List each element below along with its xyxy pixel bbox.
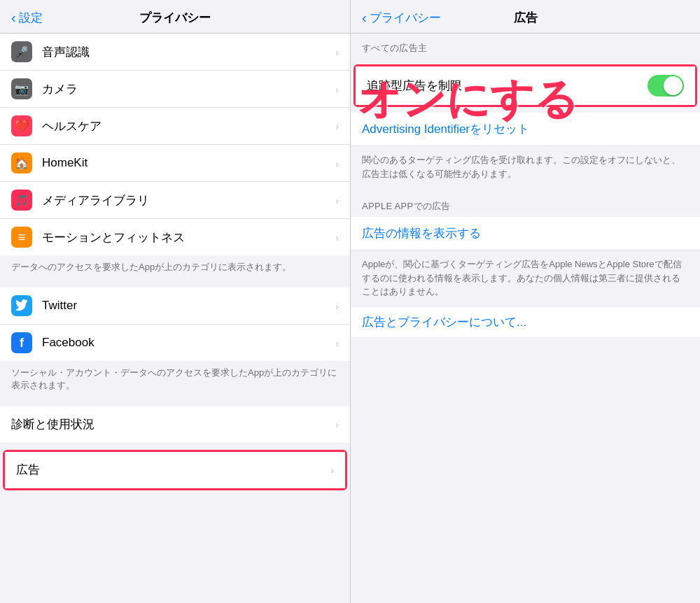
media-icon: 🎵 xyxy=(11,190,32,211)
camera-icon: 📷 xyxy=(11,78,32,99)
media-label: メディアライブラリ xyxy=(42,192,335,208)
media-library-item[interactable]: 🎵 メディアライブラリ › xyxy=(0,182,350,219)
health-label: ヘルスケア xyxy=(42,118,335,134)
diagnostics-section: 診断と使用状況 › xyxy=(0,406,350,443)
diagnostics-label: 診断と使用状況 xyxy=(11,416,335,432)
ad-chevron-icon: › xyxy=(330,464,334,476)
voice-icon: 🎤 xyxy=(11,41,32,62)
right-panel: ‹ プライバシー 広告 オンにする すべての広告主 追跡型広告を制限 Adver… xyxy=(350,0,700,603)
limit-tracking-highlighted: 追跡型広告を制限 xyxy=(354,64,697,107)
apple-description: Appleが、関心に基づくターゲティング広告をApple NewsとApple … xyxy=(351,250,700,307)
voice-recognition-item[interactable]: 🎤 音声認識 › xyxy=(0,34,350,71)
twitter-item[interactable]: Twitter › xyxy=(0,288,350,325)
privacy-about-link[interactable]: 広告とプライバシーについて... xyxy=(351,307,700,337)
motion-fitness-item[interactable]: ≡ モーションとフィットネス › xyxy=(0,219,350,255)
ad-info-link[interactable]: 広告の情報を表示する xyxy=(351,217,700,250)
limit-tracking-row: 追跡型広告を制限 xyxy=(356,66,695,105)
motion-chevron-icon: › xyxy=(335,232,339,243)
section-gap-1 xyxy=(0,282,350,288)
media-chevron-icon: › xyxy=(335,194,339,206)
apple-app-section-label: APPLE APPでの広告 xyxy=(351,189,700,217)
facebook-item[interactable]: f Facebook › xyxy=(0,325,350,361)
camera-chevron-icon: › xyxy=(335,83,339,95)
twitter-label: Twitter xyxy=(42,299,335,313)
diagnostics-item[interactable]: 診断と使用状況 › xyxy=(0,406,350,443)
facebook-icon: f xyxy=(11,332,32,353)
homekit-item[interactable]: 🏠 HomeKit › xyxy=(0,145,350,182)
homekit-chevron-icon: › xyxy=(335,157,339,169)
limit-tracking-toggle[interactable] xyxy=(648,75,684,97)
privacy-link-section: 広告とプライバシーについて... xyxy=(351,307,700,337)
right-nav-header: ‹ プライバシー 広告 xyxy=(351,0,700,34)
homekit-icon: 🏠 xyxy=(11,152,32,173)
privacy-section-footer: データへのアクセスを要求したAppが上のカテゴリに表示されます。 xyxy=(0,255,350,282)
section-gap-2 xyxy=(0,401,350,406)
ad-item[interactable]: 広告 › xyxy=(5,452,345,488)
camera-label: カメラ xyxy=(42,81,335,97)
right-content: オンにする すべての広告主 追跡型広告を制限 Advertising Ident… xyxy=(351,34,700,603)
right-title: 広告 xyxy=(514,10,538,26)
voice-label: 音声認識 xyxy=(42,44,335,60)
ad-description: 関心のあるターゲティング広告を受け取れます。この設定をオフにしないと、広告主は低… xyxy=(351,146,700,189)
all-advertisers-label: すべての広告主 xyxy=(351,34,700,59)
facebook-chevron-icon: › xyxy=(335,337,339,349)
back-label: 設定 xyxy=(19,10,43,26)
social-section-footer: ソーシャル・アカウント・データへのアクセスを要求したAppが上のカテゴリに表示さ… xyxy=(0,361,350,400)
health-icon: ❤️ xyxy=(11,115,32,136)
twitter-icon xyxy=(11,295,32,316)
right-chevron-left-icon: ‹ xyxy=(362,10,367,26)
voice-chevron-icon: › xyxy=(335,46,339,58)
facebook-label: Facebook xyxy=(42,336,335,350)
health-item[interactable]: ❤️ ヘルスケア › xyxy=(0,108,350,145)
left-back-button[interactable]: ‹ 設定 xyxy=(11,10,43,26)
left-title: プライバシー xyxy=(139,10,211,26)
ad-identifier-link[interactable]: Advertising Identifierをリセット xyxy=(351,113,700,146)
section-gap-3 xyxy=(0,443,350,446)
health-chevron-icon: › xyxy=(335,120,339,132)
limit-tracking-label: 追跡型広告を制限 xyxy=(367,78,648,94)
right-back-label: プライバシー xyxy=(370,10,441,26)
chevron-left-icon: ‹ xyxy=(11,10,16,26)
diagnostics-chevron-icon: › xyxy=(335,418,339,430)
motion-icon: ≡ xyxy=(11,227,32,248)
motion-label: モーションとフィットネス xyxy=(42,229,335,246)
homekit-label: HomeKit xyxy=(42,156,335,170)
camera-item[interactable]: 📷 カメラ › xyxy=(0,71,350,108)
right-back-button[interactable]: ‹ プライバシー xyxy=(362,10,441,26)
privacy-list-section: 🎤 音声認識 › 📷 カメラ › ❤️ ヘルスケア › 🏠 HomeKit › … xyxy=(0,34,350,255)
twitter-chevron-icon: › xyxy=(335,300,339,312)
social-list-section: Twitter › f Facebook › xyxy=(0,288,350,361)
left-panel: ‹ 設定 プライバシー 🎤 音声認識 › 📷 カメラ › ❤️ ヘルスケア › … xyxy=(0,0,350,603)
ad-highlighted-row: 広告 › xyxy=(3,450,347,490)
left-nav-header: ‹ 設定 プライバシー xyxy=(0,0,350,34)
ad-label: 広告 xyxy=(16,462,330,478)
